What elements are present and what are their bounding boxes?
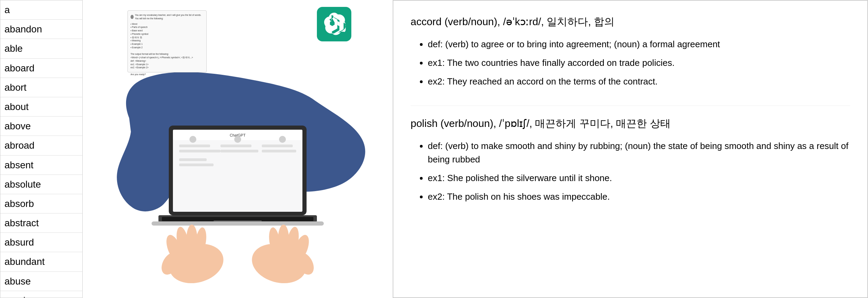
word-list-item[interactable]: abstract	[0, 213, 82, 233]
chatgpt-logo	[317, 7, 351, 41]
svg-point-29	[278, 225, 289, 254]
word-list-item[interactable]: academy	[0, 291, 82, 298]
center-illustration: You are my vocabulary teacher, and I wil…	[83, 0, 393, 298]
word-list-item[interactable]: abuse	[0, 272, 82, 291]
accord-title: accord (verb/noun), /əˈkɔːrd/, 일치하다, 합의	[411, 14, 850, 29]
word-list-item[interactable]: absolute	[0, 175, 82, 194]
word-list-panel: aabandonableaboardabortaboutaboveabroada…	[0, 0, 83, 298]
word-list-item[interactable]: abort	[0, 78, 82, 97]
accord-detail-item: ex1: The two countries have finally acco…	[428, 56, 850, 70]
svg-point-13	[189, 136, 196, 143]
word-entry-polish: polish (verb/noun), /ˈpɒlɪʃ/, 매끈하게 꾸미다, …	[411, 116, 850, 203]
word-list-item[interactable]: aboard	[0, 59, 82, 78]
svg-rect-6	[179, 150, 220, 152]
svg-rect-12	[262, 150, 296, 152]
laptop-svg: ChatGPT	[138, 119, 338, 298]
word-list-item[interactable]: about	[0, 97, 82, 117]
word-list-item[interactable]: abundant	[0, 252, 82, 271]
chat-screenshot: You are my vocabulary teacher, and I wil…	[127, 10, 207, 72]
svg-point-15	[279, 136, 286, 143]
svg-rect-9	[220, 145, 251, 147]
word-entry-accord: accord (verb/noun), /əˈkɔːrd/, 일치하다, 합의 …	[411, 14, 850, 88]
polish-details: def: (verb) to make smooth and shiny by …	[411, 139, 850, 203]
word-list-item[interactable]: abroad	[0, 136, 82, 155]
svg-rect-19	[152, 221, 324, 226]
svg-point-14	[234, 136, 241, 143]
svg-point-23	[186, 225, 197, 254]
word-list-item[interactable]: absurd	[0, 233, 82, 252]
svg-rect-11	[262, 145, 293, 147]
word-list-item[interactable]: absent	[0, 156, 82, 175]
chat-question: Are you ready?	[131, 73, 204, 76]
polish-title: polish (verb/noun), /ˈpɒlɪʃ/, 매끈하게 꾸미다, …	[411, 116, 850, 131]
accord-detail-item: def: (verb) to agree or to bring into ag…	[428, 38, 850, 51]
laptop-illustration: ChatGPT	[138, 119, 338, 298]
word-list: aabandonableaboardabortaboutaboveabroada…	[0, 0, 82, 298]
chat-intro: You are my vocabulary teacher, and I wil…	[135, 13, 204, 20]
chat-items: • Word • Parts of speech • Base word • P…	[131, 22, 204, 49]
word-list-item[interactable]: above	[0, 117, 82, 136]
polish-detail-item: def: (verb) to make smooth and shiny by …	[428, 139, 850, 166]
chat-format-label: The output format will be the following:	[131, 52, 204, 56]
chatgpt-icon	[322, 12, 346, 36]
entry-divider	[411, 106, 850, 106]
polish-detail-item: ex1: She polished the silverware until i…	[428, 171, 850, 185]
polish-detail-item: ex2: The polish on his shoes was impecca…	[428, 190, 850, 203]
chat-format-details: <Word> (<chart of speech>), /<Phonetic s…	[131, 56, 204, 69]
word-list-item[interactable]: absorb	[0, 194, 82, 213]
svg-rect-7	[179, 158, 207, 161]
dictionary-panel: accord (verb/noun), /əˈkɔːrd/, 일치하다, 합의 …	[393, 0, 868, 298]
svg-rect-8	[179, 163, 214, 166]
accord-detail-item: ex2: They reached an accord on the terms…	[428, 75, 850, 88]
word-list-item[interactable]: able	[0, 39, 82, 58]
accord-details: def: (verb) to agree or to bring into ag…	[411, 38, 850, 88]
word-list-item[interactable]: a	[0, 0, 82, 20]
svg-rect-5	[179, 145, 210, 147]
svg-rect-10	[220, 150, 258, 152]
word-list-item[interactable]: abandon	[0, 20, 82, 39]
